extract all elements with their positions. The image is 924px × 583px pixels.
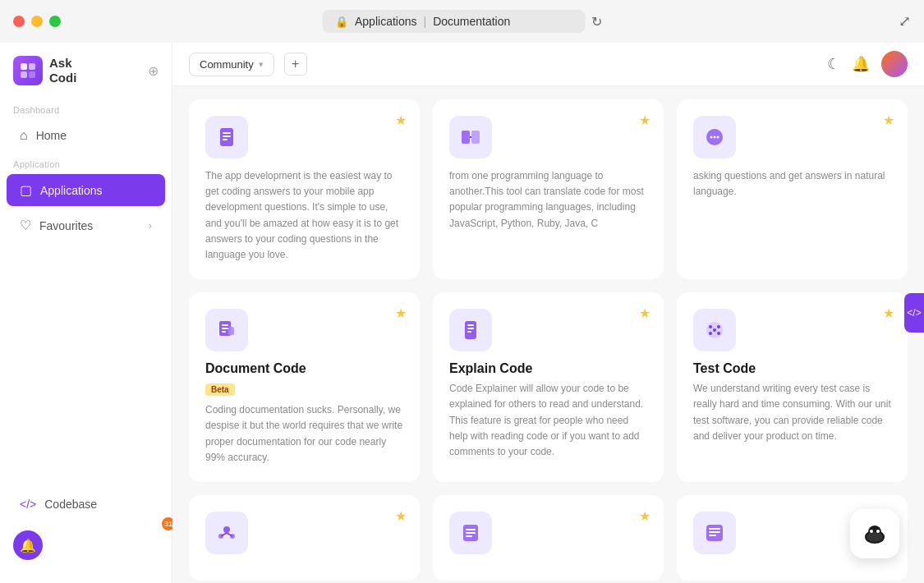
- minimize-button[interactable]: [31, 16, 43, 27]
- svg-rect-5: [223, 132, 231, 134]
- svg-rect-8: [462, 131, 470, 144]
- sidebar-item-codebase[interactable]: </> Codebase: [7, 489, 165, 519]
- star-icon[interactable]: ★: [639, 508, 650, 524]
- svg-rect-18: [228, 327, 234, 335]
- applications-icon: ▢: [20, 182, 32, 198]
- content-topbar: Community ▾ + ☾ 🔔: [172, 43, 924, 86]
- add-button[interactable]: +: [284, 53, 307, 76]
- moon-icon[interactable]: ☾: [827, 55, 840, 73]
- svg-point-27: [717, 332, 720, 335]
- star-icon[interactable]: ★: [883, 112, 894, 128]
- card-icon-wrapper: [693, 116, 736, 158]
- svg-rect-35: [466, 529, 476, 530]
- titlebar: 🔒 Applications | Documentation ↻ ⤢: [0, 0, 924, 43]
- card-partial-3-desc: asking questions and get answers in natu…: [693, 168, 891, 200]
- svg-point-25: [717, 325, 720, 328]
- settings-icon[interactable]: ⊕: [148, 63, 159, 79]
- star-icon[interactable]: ★: [639, 112, 650, 128]
- star-icon[interactable]: ★: [639, 305, 650, 321]
- svg-rect-2: [21, 71, 27, 78]
- document-code-desc: Coding documentation sucks. Personally, …: [205, 402, 403, 466]
- svg-point-24: [709, 325, 712, 328]
- card-partial-1[interactable]: ★ The app development is the easiest way…: [189, 99, 420, 279]
- test-code-card[interactable]: ★ Test Code We understand writing every …: [677, 292, 908, 482]
- svg-point-12: [714, 136, 716, 139]
- maximize-button[interactable]: [49, 16, 61, 27]
- sidebar-item-applications[interactable]: ▢ Applications: [7, 174, 165, 206]
- star-icon[interactable]: ★: [395, 305, 407, 321]
- bell-icon[interactable]: 🔔: [852, 55, 870, 73]
- url-suffix: Documentation: [433, 15, 510, 28]
- card-partial-2-desc: from one programming language to another…: [449, 168, 647, 232]
- svg-rect-36: [466, 532, 476, 534]
- content-area: Community ▾ + ☾ 🔔 ★: [172, 43, 924, 583]
- svg-point-29: [223, 526, 230, 533]
- traffic-lights: [13, 16, 61, 27]
- chevron-right-icon: ›: [149, 220, 152, 232]
- expand-button[interactable]: ⤢: [899, 12, 911, 30]
- svg-point-11: [710, 136, 713, 139]
- sidebar-item-favourites-label: Favourites: [39, 219, 93, 232]
- card-icon-wrapper: [449, 116, 492, 158]
- card-bottom-1[interactable]: ★: [189, 495, 420, 581]
- close-button[interactable]: [13, 16, 25, 27]
- star-icon[interactable]: ★: [395, 112, 407, 128]
- svg-rect-6: [223, 135, 231, 137]
- svg-rect-7: [223, 139, 228, 140]
- community-select[interactable]: Community ▾: [189, 53, 274, 76]
- svg-rect-20: [467, 324, 474, 326]
- side-expand-button[interactable]: </>: [904, 293, 924, 333]
- explain-code-desc: Code Explainer will allow your code to b…: [449, 381, 647, 460]
- card-icon-wrapper: [693, 309, 736, 351]
- sidebar-section-dashboard: Dashboard: [0, 99, 172, 118]
- svg-point-13: [717, 136, 719, 139]
- card-partial-1-desc: The app development is the easiest way t…: [205, 168, 403, 263]
- sidebar-item-home[interactable]: ⌂ Home: [7, 120, 165, 151]
- url-separator: |: [424, 15, 427, 28]
- svg-point-28: [713, 328, 716, 332]
- svg-rect-39: [709, 528, 720, 530]
- sidebar-item-applications-label: Applications: [40, 184, 103, 197]
- url-bar[interactable]: 🔒 Applications | Documentation: [322, 10, 585, 33]
- card-partial-2[interactable]: ★ from one programming language to anoth…: [433, 99, 664, 279]
- codebase-icon: </>: [20, 498, 36, 511]
- url-text: Applications: [355, 15, 417, 28]
- star-icon[interactable]: ★: [883, 305, 894, 321]
- svg-rect-19: [465, 321, 476, 339]
- beta-badge: Beta: [205, 383, 235, 396]
- sidebar-item-home-label: Home: [36, 129, 67, 142]
- svg-rect-21: [467, 328, 474, 329]
- cards-grid: ★ The app development is the easiest way…: [172, 86, 924, 583]
- sidebar-logo-area: Ask Codi ⊕: [0, 56, 172, 99]
- card-icon-wrapper: [205, 116, 248, 158]
- svg-rect-1: [29, 63, 35, 70]
- svg-rect-40: [709, 531, 720, 533]
- svg-point-26: [709, 332, 712, 335]
- document-code-title: Document Code: [205, 361, 403, 376]
- test-code-title: Test Code: [693, 361, 891, 376]
- avatar[interactable]: [881, 51, 908, 77]
- floating-assistant-button[interactable]: [850, 509, 899, 558]
- svg-rect-9: [471, 131, 480, 144]
- content-wrapper: Community ▾ + ☾ 🔔 ★: [172, 43, 924, 583]
- main-layout: Ask Codi ⊕ Dashboard ⌂ Home Application …: [0, 43, 924, 583]
- svg-point-44: [867, 532, 883, 542]
- home-icon: ⌂: [20, 128, 28, 143]
- explain-code-card[interactable]: ★ Explain Code Code Explainer will allow…: [433, 292, 664, 482]
- code-icon: </>: [907, 307, 921, 319]
- card-icon-wrapper: [693, 512, 736, 554]
- document-code-card[interactable]: ★ Document Code Beta Coding documentatio…: [189, 292, 420, 482]
- card-partial-3[interactable]: ★ asking questions and get answers in na…: [677, 99, 908, 279]
- topbar-right: ☾ 🔔: [827, 51, 908, 77]
- card-bottom-2[interactable]: ★: [433, 495, 664, 581]
- logo-text: Ask Codi: [49, 56, 76, 85]
- star-icon[interactable]: ★: [395, 508, 407, 524]
- notification-bell[interactable]: 🔔 31: [13, 530, 43, 560]
- svg-rect-0: [21, 63, 27, 70]
- refresh-button[interactable]: ↻: [591, 14, 602, 30]
- svg-point-46: [876, 530, 880, 533]
- svg-point-45: [870, 530, 873, 533]
- svg-rect-41: [709, 535, 716, 536]
- sidebar-item-favourites[interactable]: ♡ Favourites ›: [7, 209, 165, 241]
- svg-rect-17: [222, 331, 226, 333]
